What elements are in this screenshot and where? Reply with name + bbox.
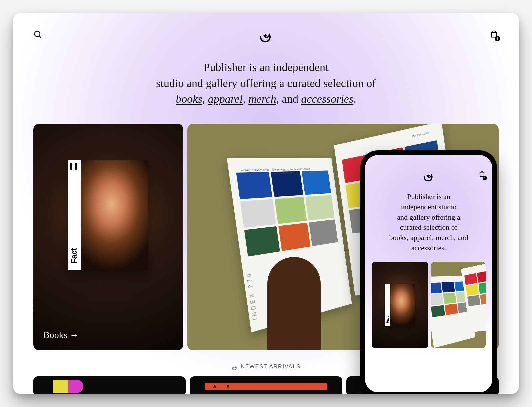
carousel-item-2[interactable]: AS — [190, 376, 342, 394]
search-icon[interactable] — [33, 30, 43, 39]
cart-button[interactable]: 1 — [489, 29, 499, 40]
header: 1 — [33, 27, 499, 43]
cart-count-badge: 1 — [495, 36, 500, 41]
mobile-screen: 1 Publisher is anindependent studioand g… — [365, 155, 492, 392]
spiral-small-icon — [231, 364, 237, 370]
section-title: NEWEST ARRIVALS — [241, 364, 301, 370]
book-title: Fact — [69, 248, 79, 263]
mobile-link-accessories[interactable]: accessories — [411, 244, 444, 252]
cover-portrait — [81, 160, 148, 270]
mobile-link-books[interactable]: books — [389, 233, 407, 242]
mobile-portrait — [390, 284, 415, 326]
mobile-header: 1 — [372, 168, 486, 182]
mobile-open-book — [431, 262, 486, 348]
svg-point-0 — [35, 31, 40, 37]
mobile-book-cover: Fact — [385, 284, 415, 326]
index-label: INDEX 270 — [245, 271, 258, 321]
hero-text: Publisher is an independent studio and g… — [116, 59, 416, 107]
mobile-book-title: Fact — [386, 316, 389, 323]
mobile-logo-spiral-icon[interactable] — [422, 168, 435, 182]
link-merch[interactable]: merch — [248, 93, 276, 105]
hand — [267, 257, 321, 350]
desktop-viewport: 1 Publisher is an independent studio and… — [13, 13, 519, 394]
mobile-card-lifestyle[interactable] — [431, 262, 486, 348]
book-spine: Fact — [68, 160, 81, 270]
svg-line-1 — [39, 36, 41, 38]
mobile-gallery: Fact — [372, 262, 486, 348]
mobile-barcode-icon — [386, 285, 389, 288]
link-accessories[interactable]: accessories — [301, 93, 353, 105]
mobile-link-merch[interactable]: merch — [436, 233, 454, 242]
logo-spiral-icon[interactable] — [258, 27, 274, 43]
mobile-card-books[interactable]: Fact — [372, 262, 428, 348]
category-card-books[interactable]: Fact Books → — [33, 124, 183, 350]
hero-line-2: studio and gallery offering a curated se… — [156, 77, 376, 89]
mobile-spine: Fact — [385, 284, 390, 326]
hero-line-1: Publisher is an independent — [204, 61, 329, 73]
book-cover: Fact — [68, 160, 148, 270]
mobile-cart-button[interactable]: 1 — [478, 170, 486, 179]
mobile-content: 1 Publisher is anindependent studioand g… — [365, 155, 492, 348]
carousel-bar-text: AS — [205, 383, 327, 390]
mobile-cart-badge: 1 — [483, 176, 487, 180]
mobile-device-mockup: 1 Publisher is anindependent studioand g… — [360, 150, 497, 394]
link-apparel[interactable]: apparel — [208, 93, 243, 105]
mobile-link-apparel[interactable]: apparel — [410, 233, 432, 242]
card-label-books: Books → — [43, 330, 79, 340]
barcode-icon — [70, 163, 80, 170]
carousel-item-1[interactable] — [33, 376, 186, 394]
link-books[interactable]: books — [176, 93, 202, 105]
mobile-hero-text: Publisher is anindependent studioand gal… — [372, 192, 486, 253]
